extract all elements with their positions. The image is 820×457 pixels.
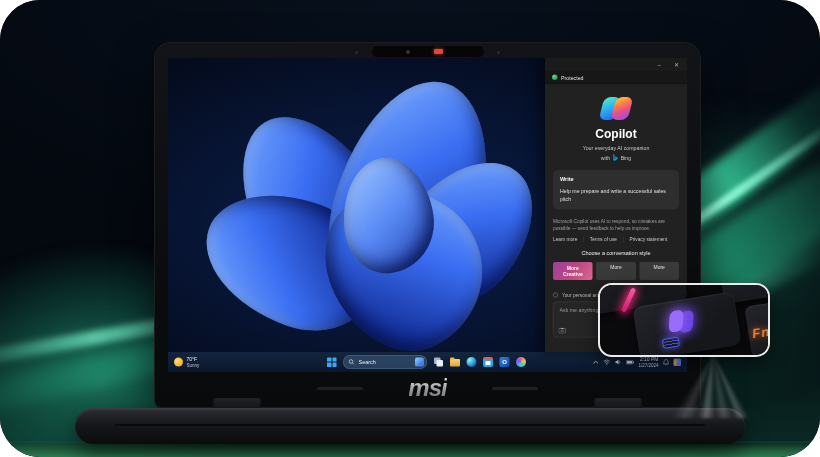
copilot-tagline: Your everyday AI companion (545, 145, 687, 151)
with-bing-row: with Bing (545, 154, 687, 161)
start-button[interactable] (327, 357, 337, 367)
bing-word: Bing (621, 155, 632, 161)
brand-logo: msi (408, 374, 446, 402)
privacy-statement-link[interactable]: Privacy statement (623, 237, 667, 243)
laptop-base (75, 408, 745, 444)
webcam-lens-icon (406, 50, 410, 54)
conversation-style-balanced[interactable]: More (596, 262, 636, 280)
minimize-button[interactable]: – (658, 61, 661, 68)
recording-indicator-icon (434, 49, 443, 54)
webcam-module (372, 46, 484, 57)
learn-more-link[interactable]: Learn more (553, 237, 577, 243)
protected-badge: Protected (545, 71, 687, 84)
tray-time: 2:10 PM (638, 356, 658, 362)
battery-icon[interactable] (626, 360, 634, 365)
bezel-slit (492, 387, 538, 390)
weather-widget[interactable]: 70°F Sunny (174, 356, 199, 367)
bing-icon (613, 154, 619, 161)
taskbar-center: Search O (327, 352, 526, 372)
taskbar-search[interactable]: Search (343, 355, 427, 369)
outlook-icon[interactable]: O (500, 357, 510, 367)
file-explorer-icon[interactable] (450, 359, 460, 367)
system-tray: 2:10 PM 1/27/2024 (593, 356, 681, 368)
weather-condition: Sunny (187, 362, 200, 367)
suggestion-card-prompt: Help me prepare and write a successful s… (560, 187, 672, 203)
close-button[interactable]: ✕ (674, 61, 679, 68)
search-chip-icon (415, 358, 424, 367)
store-icon[interactable] (483, 357, 493, 367)
tray-date: 1/27/2024 (638, 362, 658, 368)
protected-shield-icon (552, 75, 558, 81)
edge-icon[interactable] (467, 357, 477, 367)
bell-icon[interactable] (663, 359, 669, 366)
protected-label: Protected (561, 74, 583, 80)
microphone-dot-icon (355, 51, 358, 54)
with-word: with (601, 155, 610, 161)
search-icon (349, 359, 355, 365)
tray-chevron-icon[interactable] (593, 360, 599, 364)
wifi-icon[interactable] (603, 359, 611, 365)
sunny-icon (174, 357, 183, 366)
task-view-icon[interactable] (434, 357, 444, 367)
copilot-logo-icon (600, 97, 633, 120)
conversation-style-group: More Creative More More (553, 262, 679, 280)
copilot-titlebar: – ✕ (545, 58, 687, 71)
privacy-icon (553, 292, 558, 297)
microphone-dot-icon (497, 51, 500, 54)
search-placeholder: Search (359, 359, 412, 365)
marketing-banner: – ✕ Protected Copilot Your everyday AI c… (0, 0, 820, 457)
bezel-slit (317, 387, 363, 390)
copilot-key-sub-icon (662, 336, 680, 349)
legal-links: Learn more Terms of use Privacy statemen… (553, 237, 679, 243)
copilot-title: Copilot (545, 127, 687, 141)
ai-disclaimer: Microsoft Copilot uses AI to respond, so… (553, 217, 679, 231)
suggestion-card-category: Write (560, 176, 672, 182)
volume-icon[interactable] (615, 359, 622, 365)
conversation-style-heading: Choose a conversation style (545, 250, 687, 256)
fn-key-label: Fn (751, 324, 770, 342)
conversation-style-precise[interactable]: More (639, 262, 679, 280)
privacy-note: Your personal and (562, 292, 600, 298)
tray-copilot-icon[interactable] (674, 358, 682, 366)
terms-of-use-link[interactable]: Terms of use (583, 237, 617, 243)
tray-clock[interactable]: 2:10 PM 1/27/2024 (638, 356, 658, 368)
keyboard-zoom-inset: Fn (598, 283, 770, 357)
conversation-style-more-creative[interactable]: More Creative (553, 262, 593, 280)
add-image-icon[interactable] (559, 328, 567, 334)
bloom-flower (223, 78, 563, 358)
copilot-taskbar-icon[interactable] (516, 357, 526, 367)
suggestion-card[interactable]: Write Help me prepare and write a succes… (553, 170, 679, 209)
